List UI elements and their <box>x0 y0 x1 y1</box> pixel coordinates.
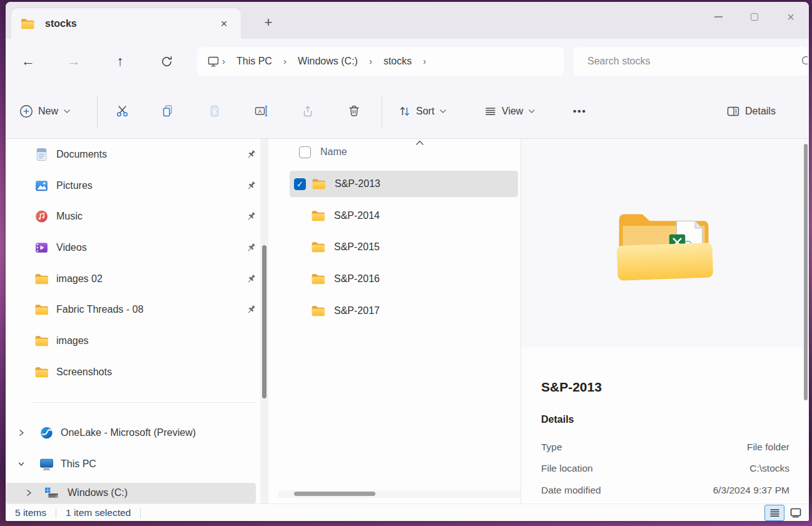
sort-ascending-icon[interactable] <box>415 139 425 146</box>
file-row-sp-2017[interactable]: S&P-2017 <box>290 298 518 324</box>
search-input[interactable] <box>574 47 808 76</box>
chevron-down-icon <box>528 109 535 114</box>
file-list-header: Name <box>278 140 520 164</box>
more-options-button[interactable]: ••• <box>567 84 592 138</box>
copy-button[interactable] <box>155 84 180 138</box>
toolbar-divider <box>97 95 98 128</box>
cut-button[interactable] <box>109 84 134 138</box>
search-box <box>574 47 808 76</box>
tab-close-button[interactable]: × <box>216 17 232 31</box>
file-list: Name ✓ S&P-2013 S&P-2014 S&P-2015 S&P- <box>278 139 520 503</box>
sidebar-item-images[interactable]: images <box>6 325 275 357</box>
selected-count: 1 item selected <box>56 507 140 518</box>
new-tab-button[interactable]: + <box>257 12 280 33</box>
breadcrumb-stocks[interactable]: stocks <box>375 56 420 67</box>
sidebar-item-label: Music <box>56 211 83 222</box>
sidebar-item-onelake[interactable]: OneLake - Microsoft (Preview) <box>6 418 275 449</box>
minimize-button[interactable] <box>700 3 736 31</box>
file-name: S&P-2013 <box>335 178 380 190</box>
sidebar-item-label: Pictures <box>56 180 93 191</box>
view-button[interactable]: View <box>484 84 535 138</box>
sort-button[interactable]: Sort <box>398 84 447 138</box>
minimize-icon <box>714 16 723 18</box>
this-pc-breadcrumb-icon <box>207 56 220 68</box>
file-row-sp-2014[interactable]: S&P-2014 <box>290 203 518 229</box>
navigation-bar: ← → ↑ › This PC › Windows (C:) › stocks … <box>6 39 809 84</box>
sort-button-label: Sort <box>416 106 434 117</box>
horizontal-scrollbar-thumb[interactable] <box>294 492 375 496</box>
breadcrumb-windows-c[interactable]: Windows (C:) <box>289 56 367 67</box>
maximize-button[interactable] <box>736 3 773 31</box>
folder-icon <box>34 334 49 348</box>
refresh-button[interactable] <box>154 50 179 73</box>
sidebar-item-music[interactable]: Music <box>6 201 275 232</box>
thumbnail-view-toggle[interactable] <box>787 505 804 521</box>
folder-icon <box>34 303 49 316</box>
up-button[interactable]: ↑ <box>108 50 133 73</box>
new-button-label: New <box>38 106 58 117</box>
file-name: S&P-2015 <box>334 241 380 253</box>
sidebar-item-documents[interactable]: Documents <box>6 139 275 170</box>
items-count: 5 items <box>6 507 56 518</box>
sidebar-item-pictures[interactable]: Pictures <box>6 170 275 201</box>
status-divider <box>140 508 141 518</box>
details-title: S&P-2013 <box>541 380 602 395</box>
sidebar-item-label: OneLake - Microsoft (Preview) <box>61 427 196 438</box>
delete-button[interactable] <box>342 84 367 138</box>
file-name: S&P-2016 <box>334 273 380 285</box>
rename-button[interactable]: A <box>249 84 274 138</box>
file-list-horizontal-scrollbar[interactable] <box>278 490 520 498</box>
sidebar-item-screenshots[interactable]: Screenshots <box>6 357 275 388</box>
file-row-sp-2013[interactable]: ✓ S&P-2013 <box>290 171 518 197</box>
sidebar-item-label: Windows (C:) <box>68 487 128 498</box>
sidebar-item-windows-c[interactable]: Windows (C:) <box>6 483 256 503</box>
sidebar-item-fabric-threads[interactable]: Fabric Threads - 08 <box>6 294 275 325</box>
new-button[interactable]: New <box>19 84 71 138</box>
trash-icon <box>348 104 360 118</box>
sort-icon <box>398 105 411 118</box>
back-button[interactable]: ← <box>16 50 41 73</box>
plus-circle-icon <box>19 104 33 118</box>
desktop-background: { "window": { "tab_label": "stocks" }, "… <box>0 0 812 526</box>
details-pane-scrollbar-thumb[interactable] <box>804 144 808 400</box>
tab-stocks[interactable]: stocks × <box>11 8 241 39</box>
chevron-down-icon <box>63 109 71 114</box>
details-label: Date modified <box>541 485 601 500</box>
onelake-icon <box>39 426 54 440</box>
pin-icon <box>246 274 256 283</box>
share-button[interactable] <box>295 84 320 138</box>
sidebar-item-images-02[interactable]: images 02 <box>6 263 275 295</box>
maximize-icon <box>751 13 758 21</box>
details-view-toggle[interactable] <box>764 505 784 521</box>
file-row-sp-2016[interactable]: S&P-2016 <box>290 266 518 292</box>
this-pc-icon <box>39 457 54 471</box>
select-all-checkbox[interactable] <box>299 146 311 158</box>
name-column-header[interactable]: Name <box>320 146 347 158</box>
details-pane-button[interactable]: Details <box>726 84 776 138</box>
folder-icon <box>34 365 49 379</box>
file-row-sp-2015[interactable]: S&P-2015 <box>290 234 518 260</box>
sidebar-item-videos[interactable]: Videos <box>6 232 275 263</box>
row-checkbox-checked[interactable]: ✓ <box>294 178 306 190</box>
close-button[interactable]: × <box>773 3 809 31</box>
sidebar-scrollbar-thumb[interactable] <box>262 245 266 398</box>
pin-icon <box>246 181 256 190</box>
breadcrumb-separator: › <box>220 56 228 66</box>
forward-button[interactable]: → <box>61 50 86 73</box>
content-area: Documents Pictures Music <box>6 139 809 503</box>
sidebar-scrollbar[interactable] <box>260 139 268 503</box>
folder-icon <box>311 305 325 317</box>
details-value: 6/3/2024 9:37 PM <box>713 485 789 500</box>
pin-icon <box>246 212 256 221</box>
sidebar-item-this-pc[interactable]: This PC <box>6 448 275 480</box>
folder-icon <box>34 272 49 286</box>
breadcrumb-this-pc[interactable]: This PC <box>228 56 281 67</box>
details-section-heading: Details <box>541 414 574 425</box>
copy-icon <box>161 104 174 118</box>
chevron-down-icon <box>439 109 447 114</box>
paste-button[interactable] <box>202 84 227 138</box>
details-row-file-location: File location C:\stocks <box>541 463 789 478</box>
folder-icon <box>311 210 325 222</box>
details-pane: S&P-2013 Details Type File folder File l… <box>521 139 809 503</box>
folder-icon <box>311 241 325 253</box>
